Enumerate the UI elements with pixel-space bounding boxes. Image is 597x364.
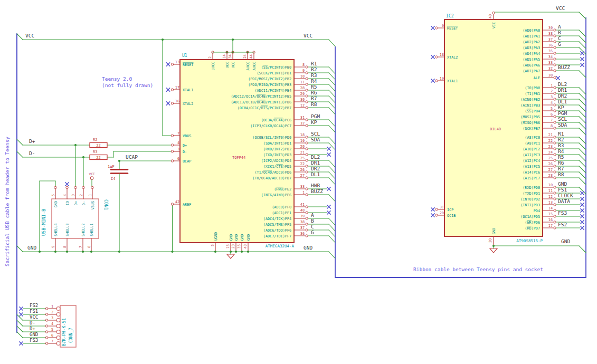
pin-number: 5 [211, 244, 215, 246]
pin-number: 13 [175, 60, 179, 64]
r3-resistor-ref: R3 [93, 150, 97, 154]
net-label: R5 [311, 84, 317, 90]
no-connect-icon [431, 79, 434, 82]
pin-number: 4 [551, 101, 553, 105]
pin-number: 7 [79, 246, 83, 248]
pin-number: 16 [548, 218, 553, 222]
box-entry [579, 172, 586, 179]
pin-name: RESET [447, 26, 458, 31]
pin-end [554, 76, 556, 79]
no-connect-icon [327, 205, 330, 208]
pin-end [554, 116, 556, 118]
box-entry [579, 111, 586, 118]
pin-end [435, 214, 438, 216]
r3-resistor-value: 22 [96, 156, 100, 160]
pin-name: (INT1)PD3 [520, 203, 540, 207]
no-connect-icon [20, 342, 23, 345]
no-connect-icon [581, 221, 584, 224]
net-label: B [311, 218, 314, 224]
c4-capacitor[interactable]: 1uFC4 [108, 161, 128, 252]
box-entry [329, 236, 335, 243]
pin-end [554, 70, 556, 72]
pin-number: 15 [548, 212, 553, 216]
box-entry [329, 90, 335, 97]
box-entry [329, 126, 335, 132]
pin-name: (ADC11/PCINT4)PB4 [254, 89, 291, 93]
pin-end [554, 98, 556, 100]
no-connect-icon [327, 147, 330, 150]
box-entry [579, 36, 586, 43]
pin-number: 32 [300, 121, 305, 126]
con1-symbol[interactable]: CON1USB-MINI-B5GND4ID3D+2D-1VBUS9SHELL48… [41, 183, 109, 251]
pin-name: D- [183, 150, 187, 154]
pin-name: D+ [183, 143, 187, 148]
net-label: PGM [558, 110, 567, 116]
pin-end [554, 46, 556, 49]
pin-end [306, 217, 308, 219]
conn7-pin-circle [56, 307, 60, 311]
pin-name: GND [247, 234, 251, 241]
net-label-gnd: GND [304, 245, 312, 251]
u1-body[interactable] [180, 60, 294, 243]
bus-entry [17, 332, 23, 338]
pin-end [54, 186, 56, 188]
net-label-vcc: VCC [25, 33, 34, 39]
box-entry [329, 224, 335, 231]
note-teensy-2: (not fully drawn) [102, 82, 153, 88]
pin-number: 6 [87, 246, 91, 248]
pin-name: (AD0)PA0 [523, 28, 540, 33]
r3-resistor[interactable]: R322 [90, 150, 107, 160]
pin-number: 39 [548, 26, 553, 30]
no-connect-icon [20, 313, 23, 316]
pin-number: 26 [548, 162, 553, 166]
no-connect-icon [431, 208, 434, 211]
ic2-symbol[interactable]: IC2DIL40AT90S8515-P40VCC20GND9RESET18XTA… [431, 12, 560, 245]
box-entry [579, 246, 586, 253]
pin-number: 18 [440, 53, 444, 57]
pin-number: 33 [300, 185, 305, 189]
pin-end [554, 136, 556, 138]
junction-dot [232, 39, 234, 41]
pin-number: 23 [548, 145, 553, 149]
pin-end [45, 313, 48, 315]
pin-name: VBUS [91, 201, 95, 209]
net-label: FS2 [30, 303, 38, 308]
net-label: D+ [30, 326, 35, 331]
pin-number: 15 [226, 244, 230, 248]
pin-number: 21 [548, 133, 553, 137]
pin-number: 27 [548, 168, 553, 172]
box-entry [329, 230, 335, 237]
junction-dot [162, 39, 164, 41]
no-connect-icon [327, 187, 330, 190]
gnd-power-symbol[interactable] [227, 252, 234, 258]
no-connect-icon [581, 215, 584, 218]
usb-cable-bus[interactable]: Sacrificial USB cable from header to Tee… [4, 34, 23, 345]
pin-end [554, 121, 556, 123]
u1-symbol[interactable]: U1TQFP44ATMEGA32U4-A2UVCC14VCC34VCC24AVC… [166, 51, 308, 251]
pin-end [45, 337, 48, 339]
conn7-pin-circle [56, 330, 60, 334]
pin-number: 9 [51, 246, 55, 248]
net-label: SDA [311, 137, 320, 142]
gnd-power-symbol[interactable] [490, 246, 497, 253]
box-entry [579, 149, 586, 156]
pin-name: (AIN1)PB3 [520, 103, 540, 108]
net-label: R8 [311, 101, 317, 107]
no-connect-icon [556, 76, 560, 80]
pin-end [171, 63, 173, 65]
pin-number: 2 [208, 56, 212, 59]
u1-part: ATMEGA32U4-A [266, 244, 295, 248]
net-label: A [311, 212, 314, 218]
no-connect-icon [431, 214, 434, 217]
pin-number: 34 [228, 54, 232, 59]
net-label: A [558, 24, 561, 30]
pin-name: (AD4)PA4 [523, 52, 540, 56]
pin-end [554, 41, 556, 43]
pin-number: 4 [51, 322, 53, 326]
pin-name: VBUS [183, 134, 191, 138]
pin-end [554, 221, 556, 223]
pin-end [171, 144, 173, 146]
conn7-symbol[interactable]: B7K-PH-K-S1CONN_71FS22FS13VCC4D-5D+6GND7… [30, 303, 76, 347]
vcc-power-symbol[interactable]: VCC [89, 172, 95, 186]
r2-resistor[interactable]: R222 [90, 138, 107, 148]
